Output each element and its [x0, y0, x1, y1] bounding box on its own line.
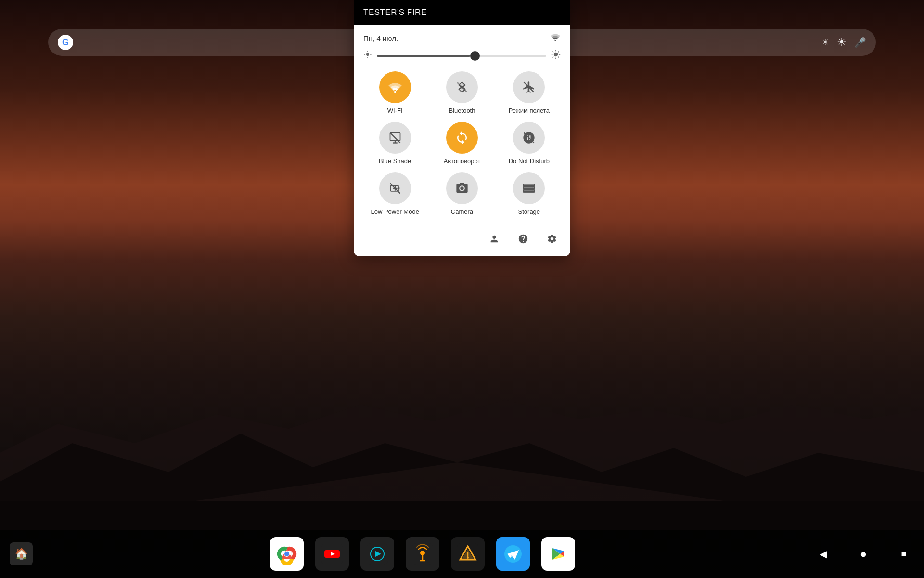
qs-date-row: Пн, 4 июл. — [363, 33, 561, 44]
qs-body: Пн, 4 июл. — [354, 25, 570, 256]
brightness-max-icon — [551, 50, 561, 62]
blueshade-label: Blue Shade — [379, 158, 411, 165]
svg-point-56 — [420, 551, 425, 555]
taskbar-app-poweramp[interactable] — [451, 537, 485, 571]
storage-icon-button[interactable] — [513, 172, 545, 204]
qs-wifi-status-icon — [550, 33, 561, 44]
bluetooth-icon-button[interactable] — [446, 71, 478, 103]
qs-footer — [363, 228, 561, 250]
dnd-label: Do Not Disturb — [509, 158, 550, 165]
qs-brightness-row[interactable] — [363, 50, 561, 62]
tile-camera[interactable]: Camera — [430, 172, 493, 215]
taskbar-app-youtube[interactable] — [315, 537, 349, 571]
airplane-icon-button[interactable] — [513, 71, 545, 103]
tile-bluetooth[interactable]: Bluetooth — [430, 71, 493, 114]
svg-line-18 — [553, 57, 554, 58]
taskbar-app-media[interactable] — [360, 537, 394, 571]
svg-point-4 — [555, 40, 556, 41]
user-icon-button[interactable] — [486, 230, 503, 248]
microphone-icon: 🎤 — [854, 37, 866, 48]
brightness-fill — [377, 55, 470, 57]
mountain-silhouette — [0, 347, 924, 530]
svg-point-43 — [532, 188, 533, 189]
autorotate-label: Автоповорот — [444, 158, 481, 165]
tile-airplane[interactable]: Режим полета — [498, 71, 561, 114]
search-bar-actions: ☀ ☀ 🎤 — [821, 36, 866, 49]
taskbar-app-podcast[interactable] — [406, 537, 439, 571]
svg-rect-35 — [398, 187, 399, 190]
qs-title: TESTER'S FIRE — [363, 8, 427, 17]
lowpower-label: Low Power Mode — [371, 208, 419, 215]
tile-autorotate[interactable]: Автоповорот — [430, 122, 493, 165]
svg-point-42 — [532, 185, 533, 186]
svg-line-15 — [553, 52, 554, 53]
back-button[interactable]: ◀ — [812, 543, 834, 565]
bluetooth-label: Bluetooth — [449, 107, 475, 114]
taskbar-apps — [270, 537, 575, 571]
recent-button[interactable]: ■ — [893, 543, 914, 565]
qs-tiles-grid: WI-FI — [363, 71, 561, 215]
taskbar-app-chrome[interactable] — [270, 537, 304, 571]
svg-line-16 — [558, 57, 559, 58]
brightness-icon: ☀ — [837, 36, 847, 49]
tile-wifi[interactable]: WI-FI — [363, 71, 426, 114]
brightness-min-icon — [363, 50, 372, 61]
dnd-icon-button[interactable] — [513, 122, 545, 154]
qs-header: TESTER'S FIRE — [354, 0, 570, 25]
storage-label: Storage — [518, 208, 540, 215]
wifi-label: WI-FI — [387, 107, 403, 114]
google-logo: G — [58, 35, 73, 50]
brightness-thumb[interactable] — [470, 51, 480, 61]
qs-divider — [354, 223, 570, 223]
brightness-slider[interactable] — [377, 55, 546, 57]
taskbar-nav: ◀ ● ■ — [812, 543, 914, 565]
wifi-icon-button[interactable] — [379, 71, 411, 103]
qs-date: Пн, 4 июл. — [363, 34, 398, 42]
camera-icon-button[interactable] — [446, 172, 478, 204]
help-icon-button[interactable] — [514, 230, 532, 248]
svg-point-44 — [532, 191, 533, 192]
svg-point-63 — [467, 557, 469, 559]
svg-point-48 — [284, 552, 289, 556]
taskbar: 🏠 — [0, 530, 924, 578]
settings-icon-button[interactable] — [543, 230, 561, 248]
taskbar-app-play[interactable] — [541, 537, 575, 571]
home-button[interactable]: ● — [853, 543, 874, 565]
tile-storage[interactable]: Storage — [498, 172, 561, 215]
airplane-label: Режим полета — [509, 107, 550, 114]
tile-lowpower[interactable]: Low Power Mode — [363, 172, 426, 215]
lowpower-icon-button[interactable] — [379, 172, 411, 204]
autorotate-icon-button[interactable] — [446, 122, 478, 154]
svg-point-10 — [554, 53, 558, 56]
svg-rect-3 — [0, 501, 924, 530]
svg-point-5 — [366, 53, 369, 56]
taskbar-app-telegram[interactable] — [496, 537, 530, 571]
svg-line-17 — [558, 52, 559, 53]
svg-point-19 — [394, 91, 396, 93]
quick-settings-panel: TESTER'S FIRE Пн, 4 июл. — [354, 0, 570, 256]
brightness-status-icon: ☀ — [821, 37, 829, 48]
tile-blueshade[interactable]: Blue Shade — [363, 122, 426, 165]
home-widget[interactable]: 🏠 — [10, 542, 33, 565]
camera-label: Camera — [451, 208, 473, 215]
blueshade-icon-button[interactable] — [379, 122, 411, 154]
tile-dnd[interactable]: Do Not Disturb — [498, 122, 561, 165]
